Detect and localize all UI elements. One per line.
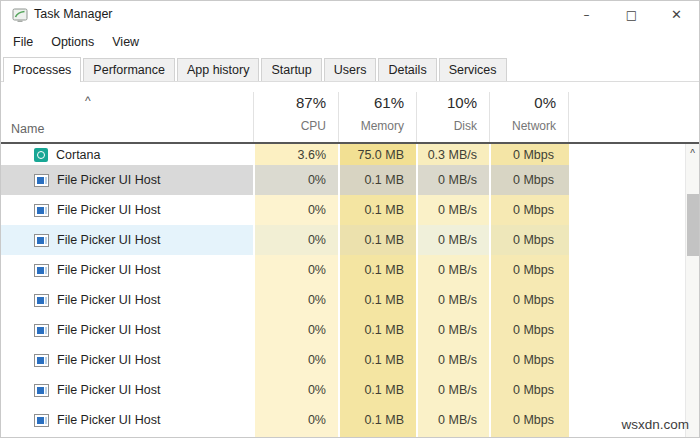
tab-users[interactable]: Users [324, 58, 377, 81]
cpu-value: 0% [255, 345, 338, 375]
process-name-cell[interactable]: File Picker UI Host [1, 405, 253, 435]
memory-total-percent: 61% [339, 92, 416, 111]
memory-value: 0.1 MB [340, 255, 416, 285]
sort-ascending-icon[interactable]: ^ [85, 94, 91, 108]
process-name: File Picker UI Host [57, 413, 161, 427]
disk-value: 0 MB/s [418, 345, 489, 375]
memory-value: 0.1 MB [340, 315, 416, 345]
disk-column-header[interactable]: 10%Disk [416, 92, 489, 142]
network-value: 0 Mbps [491, 375, 569, 405]
process-name-cell[interactable]: Cortana [1, 144, 253, 165]
disk-value: 0 MB/s [418, 375, 489, 405]
disk-value: 0 MB/s [418, 165, 489, 195]
process-row[interactable]: File Picker UI Host0%0.1 MB0 MB/s0 Mbps [1, 285, 687, 315]
disk-value: 0 MB/s [418, 285, 489, 315]
process-name-cell[interactable]: File Picker UI Host [1, 315, 253, 345]
network-column-header[interactable]: 0%Network [489, 92, 569, 142]
cpu-value: 0% [255, 375, 338, 405]
menu-bar: FileOptionsView [1, 29, 699, 54]
network-total-percent: 0% [490, 92, 568, 111]
process-name: File Picker UI Host [57, 383, 161, 397]
process-name: File Picker UI Host [57, 323, 161, 337]
app-window-icon [34, 354, 49, 367]
process-row[interactable]: File Picker UI Host0%0.1 MB0 MB/s0 Mbps [1, 195, 687, 225]
disk-column-label: Disk [417, 111, 489, 133]
process-name-cell[interactable]: File Picker UI Host [1, 195, 253, 225]
tab-performance[interactable]: Performance [83, 58, 175, 81]
process-row[interactable]: File Picker UI Host0%0.1 MB0 MB/s0 Mbps [1, 405, 687, 435]
process-row[interactable]: File Picker UI Host0%0.1 MB0 MB/s0 Mbps [1, 375, 687, 405]
memory-value: 0.1 MB [340, 165, 416, 195]
process-name-cell[interactable]: File Picker UI Host [1, 375, 253, 405]
task-manager-icon [12, 7, 28, 23]
memory-value: 0.1 MB [340, 375, 416, 405]
task-manager-window: Task Manager –□✕ FileOptionsView Process… [0, 0, 700, 438]
process-row[interactable]: File Picker UI Host0%0.1 MB0 MB/s0 Mbps [1, 225, 687, 255]
menu-item-options[interactable]: Options [42, 32, 103, 52]
app-window-icon [34, 384, 49, 397]
process-name-cell[interactable]: File Picker UI Host [1, 285, 253, 315]
cpu-value: 0% [255, 225, 338, 255]
network-value: 0 Mbps [491, 285, 569, 315]
cpu-value: 0% [255, 255, 338, 285]
close-button[interactable]: ✕ [654, 1, 699, 29]
menu-item-file[interactable]: File [4, 32, 42, 52]
process-name: File Picker UI Host [57, 173, 161, 187]
process-name: File Picker UI Host [57, 353, 161, 367]
tab-processes[interactable]: Processes [3, 57, 81, 82]
process-row[interactable]: File Picker UI Host0%0.1 MB0 MB/s0 Mbps [1, 315, 687, 345]
process-list: Cortana3.6%75.0 MB0.3 MB/s0 MbpsFile Pic… [1, 144, 687, 438]
app-window-icon [34, 264, 49, 277]
disk-total-percent: 10% [417, 92, 489, 111]
disk-value: 0 MB/s [418, 315, 489, 345]
cpu-column-label: CPU [254, 111, 338, 133]
minimize-button[interactable]: – [564, 1, 609, 29]
app-window-icon [34, 204, 49, 217]
process-row[interactable]: File Picker UI Host0%0.1 MB0 MB/s0 Mbps [1, 345, 687, 375]
cpu-value: 0% [255, 195, 338, 225]
app-window-icon [34, 414, 49, 427]
memory-value: 0.1 MB [340, 345, 416, 375]
scroll-up-icon[interactable]: ^ [686, 146, 699, 162]
memory-value: 75.0 MB [340, 144, 416, 165]
network-value: 0 Mbps [491, 144, 569, 165]
tab-details[interactable]: Details [378, 58, 436, 81]
window-controls: –□✕ [564, 1, 699, 29]
network-value: 0 Mbps [491, 405, 569, 435]
memory-column-label: Memory [339, 111, 416, 133]
memory-value: 0.1 MB [340, 285, 416, 315]
memory-value: 0.1 MB [340, 225, 416, 255]
name-column-header[interactable]: Name [11, 122, 44, 136]
window-title: Task Manager [34, 7, 113, 21]
process-name-cell[interactable]: File Picker UI Host [1, 165, 253, 195]
process-row[interactable]: File Picker UI Host0%0.1 MB0 MB/s0 Mbps [1, 165, 687, 195]
disk-value: 0.3 MB/s [418, 144, 489, 165]
cortana-icon [34, 148, 48, 162]
table-header: ^ Name 87%CPU61%Memory10%Disk0%Network [1, 82, 699, 144]
process-name-cell[interactable]: File Picker UI Host [1, 345, 253, 375]
cpu-column-header[interactable]: 87%CPU [253, 92, 338, 142]
process-row[interactable]: Cortana3.6%75.0 MB0.3 MB/s0 Mbps [1, 144, 687, 165]
network-value: 0 Mbps [491, 255, 569, 285]
memory-value: 0.1 MB [340, 405, 416, 435]
cpu-value: 0% [255, 315, 338, 345]
tab-startup[interactable]: Startup [261, 58, 321, 81]
cpu-value: 0% [255, 285, 338, 315]
memory-value: 0.1 MB [340, 195, 416, 225]
cpu-value: 0% [255, 405, 338, 435]
cpu-value: 3.6% [255, 144, 338, 165]
scrollbar-thumb[interactable] [687, 194, 699, 256]
vertical-scrollbar[interactable]: ^ [685, 144, 699, 438]
title-bar: Task Manager –□✕ [1, 1, 699, 29]
disk-value: 0 MB/s [418, 405, 489, 435]
tab-services[interactable]: Services [439, 58, 507, 81]
network-value: 0 Mbps [491, 345, 569, 375]
disk-value: 0 MB/s [418, 195, 489, 225]
process-row[interactable]: File Picker UI Host0%0.1 MB0 MB/s0 Mbps [1, 255, 687, 285]
process-name-cell[interactable]: File Picker UI Host [1, 255, 253, 285]
tab-app-history[interactable]: App history [177, 58, 260, 81]
memory-column-header[interactable]: 61%Memory [338, 92, 416, 142]
maximize-button[interactable]: □ [609, 1, 654, 29]
menu-item-view[interactable]: View [103, 32, 148, 52]
process-name-cell[interactable]: File Picker UI Host [1, 225, 253, 255]
